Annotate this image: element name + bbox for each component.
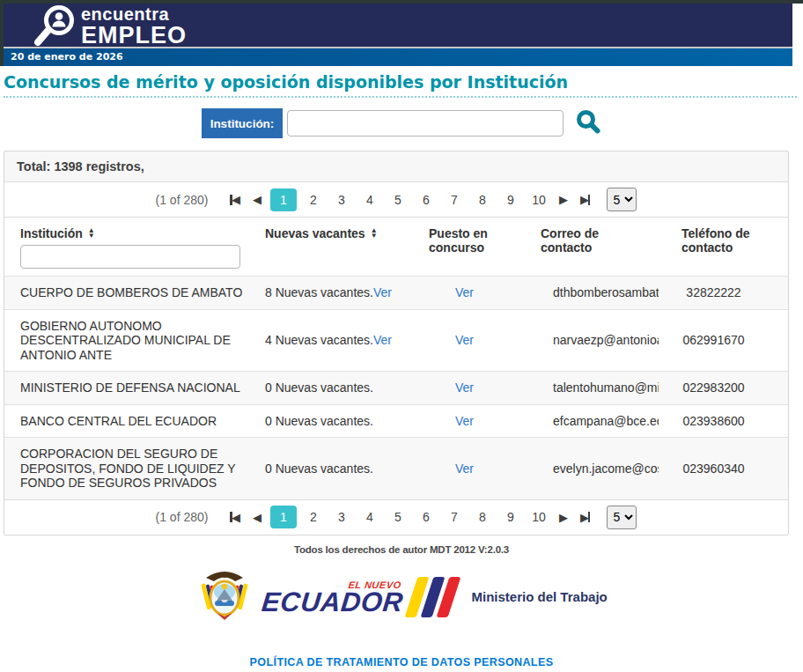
page-button-7[interactable]: 7 [443,188,466,211]
sort-icon[interactable]: ▲▼ [88,228,95,239]
cell-puesto-en-concurso: Ver [409,404,519,438]
page-button-1[interactable]: 1 [270,188,297,211]
vacantes-text: 0 Nuevas vacantes. [265,462,373,476]
page-button-4[interactable]: 4 [358,506,381,528]
cell-telefono-contacto: 023938600 [659,404,788,438]
ver-vacantes-link[interactable]: Ver [373,285,392,299]
first-page-button[interactable]: ◀ [230,511,240,524]
cell-telefono-contacto: 32822222 [659,277,788,310]
ecuador-coat-of-arms-icon [195,569,254,625]
cell-puesto-en-concurso: Ver [409,372,519,405]
ver-puesto-link[interactable]: Ver [455,414,474,428]
page-button-6[interactable]: 6 [415,188,438,211]
page-number-list: 12345678910 [268,188,553,211]
page-button-3[interactable]: 3 [330,188,353,211]
header-wrap: encuentra EMPLEO 20 de enero de 2026 [0,4,796,66]
page-button-6[interactable]: 6 [415,506,438,528]
cell-nuevas-vacantes: 0 Nuevas vacantes. [258,404,409,438]
page-button-5[interactable]: 5 [387,506,409,528]
el-nuevo-ecuador-wordmark: EL NUEVO ECUADOR [261,580,405,615]
first-page-button[interactable]: ◀ [230,193,240,206]
institucion-filter-input[interactable] [20,245,240,269]
app-header: encuentra EMPLEO [4,4,792,47]
cell-institucion: CUERPO DE BOMBEROS DE AMBATO [4,277,258,310]
institution-search: Institución: [0,108,803,138]
last-page-button[interactable]: ▶ [580,511,591,524]
cell-institucion: BANCO CENTRAL DEL ECUADOR [4,404,258,438]
page-button-3[interactable]: 3 [330,506,353,528]
concursos-table: Institución ▲▼ Nuevas vacantes ▲▼ Puesto… [4,218,788,499]
cell-puesto-en-concurso: Ver [409,277,519,310]
column-label-vacantes[interactable]: Nuevas vacantes [265,226,365,240]
page-number-list: 12345678910 [268,506,553,528]
column-header-telefono: Teléfono de contacto [659,218,788,277]
page-button-5[interactable]: 5 [387,188,409,211]
cell-nuevas-vacantes: 0 Nuevas vacantes. [258,438,409,499]
person-magnifier-icon [30,4,79,47]
vacantes-text: 8 Nuevas vacantes. [265,285,373,299]
page-title: Concursos de mérito y oposición disponib… [4,72,797,98]
next-page-button[interactable]: ▶ [559,511,568,524]
paginator-bottom: (1 of 280) ◀ ◀ 12345678910 ▶ ▶ 5 [4,499,788,535]
page-button-8[interactable]: 8 [471,188,494,211]
ver-puesto-link[interactable]: Ver [455,333,474,347]
institution-search-label: Institución: [202,108,284,138]
cell-institucion: MINISTERIO DE DEFENSA NACIONAL [4,372,258,405]
vacantes-text: 0 Nuevas vacantes. [265,414,373,428]
sort-icon[interactable]: ▲▼ [371,228,378,239]
date-bar: 20 de enero de 2026 [4,48,792,66]
column-header-institucion: Institución ▲▼ [4,218,258,277]
previous-page-button[interactable]: ◀ [253,511,262,524]
next-page-button[interactable]: ▶ [559,193,568,206]
ecuador-text: ECUADOR [261,590,404,615]
page-size-select[interactable]: 5 [607,506,637,529]
last-page-button[interactable]: ▶ [580,193,591,206]
cell-telefono-contacto: 023960340 [659,438,788,499]
page-button-4[interactable]: 4 [358,188,381,211]
total-registros: Total: 1398 registros, [4,151,788,182]
page-button-2[interactable]: 2 [302,506,325,528]
ver-vacantes-link[interactable]: Ver [373,333,392,347]
page-size-select[interactable]: 5 [607,188,637,211]
ministry-name: Ministerio del Trabajo [472,589,608,604]
flag-stripes-icon [404,577,460,617]
vacantes-text: 4 Nuevas vacantes. [265,333,373,347]
page-button-8[interactable]: 8 [471,506,494,528]
policy-link[interactable]: POLÍTICA DE TRATAMIENTO DE DATOS PERSONA… [250,656,554,668]
table-row: GOBIERNO AUTONOMO DESCENTRALIZADO MUNICI… [4,309,788,372]
page-button-10[interactable]: 10 [527,506,550,528]
institution-search-input[interactable] [287,110,564,137]
paginator-top: (1 of 280) ◀ ◀ 12345678910 ▶ ▶ 5 [4,182,788,218]
logo-line2: EMPLEO [81,24,187,48]
cell-puesto-en-concurso: Ver [409,309,519,372]
cell-nuevas-vacantes: 8 Nuevas vacantes.Ver [258,277,409,310]
ver-puesto-link[interactable]: Ver [455,380,474,395]
ver-puesto-link[interactable]: Ver [455,285,474,299]
policy-row: POLÍTICA DE TRATAMIENTO DE DATOS PERSONA… [0,654,803,669]
ministry-brand: EL NUEVO ECUADOR Ministerio del Trabajo [0,569,803,625]
page-button-9[interactable]: 9 [499,188,522,211]
previous-page-button[interactable]: ◀ [253,193,262,206]
table-row: CORPORACION DEL SEGURO DE DEPOSITOS, FON… [4,438,788,499]
paginator-status: (1 of 280) [156,510,209,524]
ver-puesto-link[interactable]: Ver [455,462,474,476]
table-row: MINISTERIO DE DEFENSA NACIONAL0 Nuevas v… [4,372,788,405]
column-header-puesto: Puesto en concurso [409,218,519,277]
column-label-institucion[interactable]: Institución [20,226,83,240]
page-button-9[interactable]: 9 [499,506,522,528]
page-button-2[interactable]: 2 [302,188,325,211]
page-button-7[interactable]: 7 [443,506,466,528]
page-button-10[interactable]: 10 [527,188,550,211]
cell-correo-contacto: evelyn.jacome@cose [519,438,659,499]
cell-telefono-contacto: 062991670 [659,309,788,372]
page-button-1[interactable]: 1 [270,506,297,528]
cell-nuevas-vacantes: 0 Nuevas vacantes. [258,372,409,405]
cell-institucion: CORPORACION DEL SEGURO DE DEPOSITOS, FON… [4,438,258,499]
encuentra-empleo-logo: encuentra EMPLEO [30,4,187,48]
cell-institucion: GOBIERNO AUTONOMO DESCENTRALIZADO MUNICI… [4,309,258,372]
cell-correo-contacto: dthbomberosambato [519,277,659,310]
cell-correo-contacto: efcampana@bce.ec [519,404,659,438]
copyright-text: Todos los derechos de autor MDT 2012 V:2… [0,544,803,555]
logo-line1: encuentra [81,5,187,23]
search-button[interactable] [575,109,601,138]
